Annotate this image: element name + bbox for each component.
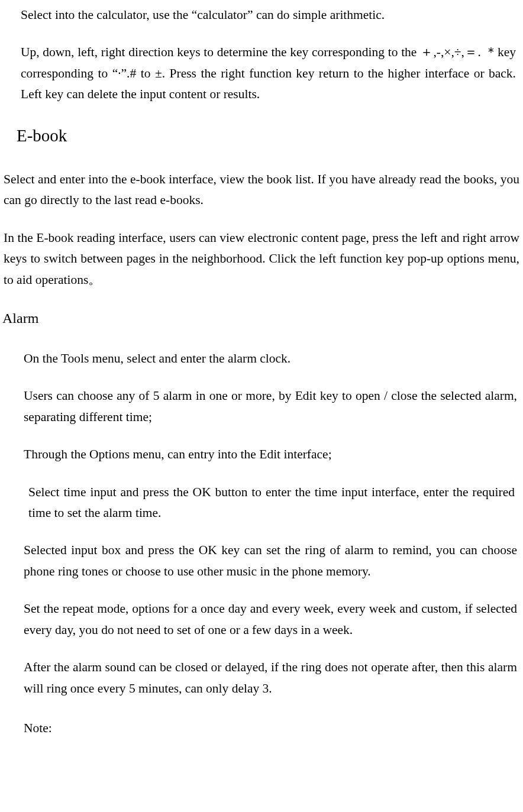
- alarm-paragraph-4: Select time input and press the OK butto…: [0, 482, 523, 524]
- alarm-paragraph-5: Selected input box and press the OK key …: [0, 540, 523, 582]
- heading-alarm: Alarm: [2, 307, 523, 331]
- calculator-paragraph-1: Select into the calculator, use the “cal…: [0, 5, 523, 25]
- alarm-paragraph-3: Through the Options menu, can entry into…: [0, 444, 523, 465]
- alarm-paragraph-6: Set the repeat mode, options for a once …: [0, 599, 523, 640]
- alarm-paragraph-1: On the Tools menu, select and enter the …: [0, 348, 523, 369]
- document-page: Select into the calculator, use the “cal…: [0, 0, 523, 751]
- alarm-note-label: Note:: [0, 718, 523, 739]
- ebook-paragraph-2: In the E-book reading interface, users c…: [0, 228, 523, 290]
- ebook-paragraph-1: Select and enter into the e-book interfa…: [0, 169, 523, 211]
- heading-ebook: E-book: [17, 122, 523, 150]
- alarm-paragraph-7: After the alarm sound can be closed or d…: [0, 657, 523, 699]
- alarm-paragraph-2: Users can choose any of 5 alarm in one o…: [0, 386, 523, 428]
- calculator-paragraph-2: Up, down, left, right direction keys to …: [0, 42, 523, 105]
